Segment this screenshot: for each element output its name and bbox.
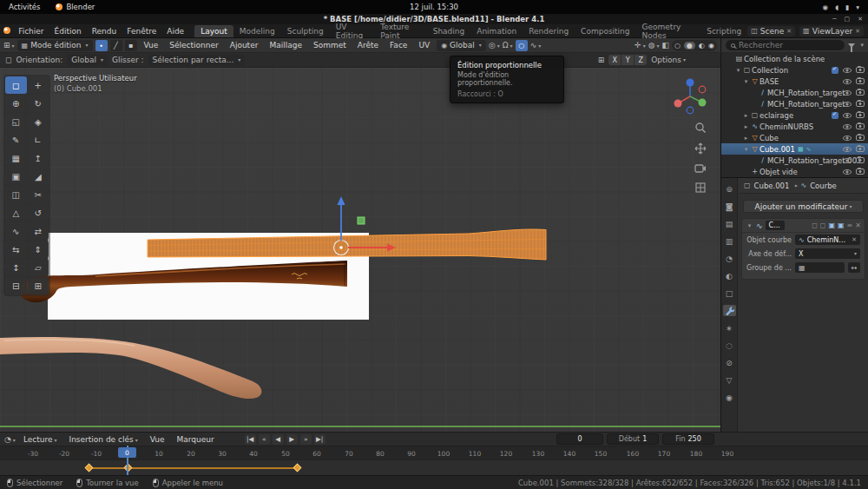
tool-shrink-flatten[interactable]: ⇕: [28, 241, 49, 258]
maximize-button[interactable]: ▢: [845, 16, 851, 23]
close-button[interactable]: ✕: [858, 16, 863, 23]
axis-z-neg-ball[interactable]: [687, 107, 694, 114]
eye-icon[interactable]: [843, 113, 852, 118]
editor-type-icon[interactable]: ⊞▾: [3, 41, 15, 50]
workspace-tab-compositing[interactable]: Compositing: [575, 25, 635, 37]
tool-measure[interactable]: ∟: [28, 131, 49, 149]
clear-field-icon[interactable]: ✕: [852, 236, 857, 243]
shading-solid-icon[interactable]: ●: [684, 42, 695, 50]
frame-start-field[interactable]: Début1: [607, 433, 659, 445]
shading-rendered-icon[interactable]: ◉: [708, 42, 714, 50]
curve-object-field[interactable]: ∿ CheminN... ✕: [795, 235, 860, 245]
tool-transform[interactable]: ◈: [28, 113, 49, 130]
keyframe-diamond[interactable]: [293, 464, 302, 472]
eye-icon[interactable]: [843, 135, 852, 141]
breadcrumb-object[interactable]: Cube.001: [754, 182, 790, 190]
keyframe-diamond[interactable]: [85, 464, 94, 472]
3d-viewport[interactable]: ◻ + ⊕ ↻ ◱ ◈ ✎ ∟ ▦ ↥ ▣ ◢ ◫ ✂ △ ↺ ∿ ⇄ ⇆ ⇕ …: [0, 68, 720, 432]
tool-rip-edge[interactable]: ⊞: [28, 277, 49, 294]
camera-view-icon[interactable]: [694, 163, 707, 173]
eye-icon[interactable]: [843, 90, 852, 96]
outliner-row-eclairage[interactable]: ▸ ▢ eclairage: [721, 109, 868, 121]
system-menu-caret-icon[interactable]: ▾: [856, 3, 859, 11]
axis-x-ball[interactable]: [674, 100, 682, 108]
keying-dropdown[interactable]: Insertion de clés▾: [65, 435, 142, 444]
tool-knife[interactable]: ✂: [28, 186, 49, 203]
vertex-select-mode-button[interactable]: ∙: [95, 40, 108, 51]
tab-physics[interactable]: ◌: [723, 340, 736, 351]
edge-select-mode-button[interactable]: ╱: [110, 40, 122, 51]
filter-icon[interactable]: [848, 43, 855, 48]
outliner-row-cheminnurbs[interactable]: ▸ ∿ CheminNURBS: [721, 121, 868, 132]
navigation-gizmo[interactable]: [670, 75, 710, 118]
outliner-row-base[interactable]: ▾ ▽ BASE: [721, 76, 868, 87]
camera-icon[interactable]: [856, 146, 865, 152]
vertex-group-field[interactable]: ▦: [795, 262, 845, 273]
workspace-tab-modeling[interactable]: Modeling: [233, 25, 281, 37]
tab-output[interactable]: ▤: [723, 218, 736, 229]
camera-icon[interactable]: [856, 78, 865, 84]
outliner-options-caret-icon[interactable]: ▾: [860, 43, 864, 49]
camera-icon[interactable]: [856, 169, 865, 175]
prev-keyframe-button[interactable]: «: [259, 434, 270, 445]
outliner-row-mch-rotation-target-2[interactable]: ∕ MCH_Rotation_target: [721, 98, 868, 109]
tab-constraints[interactable]: ⊘: [723, 357, 736, 368]
menu-ajouter[interactable]: Ajouter: [226, 41, 263, 50]
options-dropdown[interactable]: Options▾: [651, 56, 686, 64]
indicator-icon[interactable]: ◉: [823, 3, 829, 11]
orientation-dropdown[interactable]: Global▾: [67, 55, 108, 66]
camera-icon[interactable]: [856, 135, 865, 141]
pivot-point-dropdown[interactable]: ◎▾: [489, 41, 500, 50]
eye-icon[interactable]: [843, 158, 852, 163]
drag-mode-dropdown[interactable]: Sélection par recta...▾: [148, 55, 246, 66]
workspace-tab-animation[interactable]: Animation: [470, 25, 523, 37]
tool-move[interactable]: ⊕: [5, 95, 27, 112]
tab-material[interactable]: ◉: [723, 392, 736, 403]
temple-arm-flesh[interactable]: [0, 337, 261, 399]
tool-cursor[interactable]: +: [28, 76, 49, 94]
tool-edge-slide[interactable]: ⇄: [28, 222, 49, 240]
modifier-header[interactable]: ▾ ∿ C... ◻ ◻ ▣ ▣ ≡ ✕: [742, 219, 865, 233]
current-frame-field[interactable]: 0: [556, 433, 603, 445]
workspace-tab-rendering[interactable]: Rendering: [523, 25, 575, 37]
snap-magnet-icon[interactable]: Ω▾: [503, 41, 513, 50]
outliner-row-cube[interactable]: ▸ ▽ Cube: [721, 132, 868, 143]
tool-select-box[interactable]: ◻: [5, 76, 27, 94]
menu-uv[interactable]: UV: [414, 41, 434, 50]
proportional-editing-toggle[interactable]: ○: [516, 40, 528, 51]
menu-face[interactable]: Face: [385, 41, 411, 50]
outliner-row-cube001-selected[interactable]: ▾ ▽ Cube.001 ▦ ∿: [721, 143, 868, 155]
window-title-bar[interactable]: * BASE [/home/didier/3D/BASE.blend11] - …: [0, 14, 868, 24]
menu-maillage[interactable]: Maillage: [265, 41, 306, 50]
xray-toggle[interactable]: ◧: [662, 41, 670, 50]
transform-orientation-dropdown[interactable]: ◉ Global ▾: [437, 40, 486, 51]
frame-end-field[interactable]: Fin250: [662, 433, 714, 445]
jump-to-start-button[interactable]: |◀: [245, 434, 256, 445]
workspace-tab-layout[interactable]: Layout: [194, 25, 233, 37]
workspace-tab-shading[interactable]: Shading: [427, 25, 471, 37]
camera-icon[interactable]: [856, 112, 865, 118]
tool-extrude-region[interactable]: ↥: [28, 149, 49, 167]
camera-icon[interactable]: [856, 123, 865, 129]
edit-mode-toggle[interactable]: ◻: [820, 221, 826, 229]
zoom-icon[interactable]: [694, 122, 707, 134]
breadcrumb-data[interactable]: Courbe: [810, 182, 837, 190]
minimize-button[interactable]: ─: [832, 16, 836, 23]
unlink-scene-icon[interactable]: ✕: [786, 28, 792, 35]
eye-icon[interactable]: [843, 147, 852, 152]
axis-z-ball[interactable]: [687, 79, 694, 87]
tool-push-pull[interactable]: ↕: [5, 259, 27, 276]
tool-spin[interactable]: ↺: [28, 204, 49, 221]
render-toggle[interactable]: ▣: [838, 221, 845, 229]
outliner-row-mch-rotation-target-1[interactable]: ∕ MCH_Rotation_target: [721, 87, 868, 98]
workspace-tab-sculpting[interactable]: Sculpting: [281, 25, 330, 37]
eye-icon[interactable]: [843, 79, 852, 84]
panel-expander-icon[interactable]: ▾: [746, 222, 753, 229]
menu-edition[interactable]: Édition: [49, 27, 87, 36]
axis-x-toggle[interactable]: X: [608, 55, 621, 65]
shading-material-icon[interactable]: ◐: [699, 42, 705, 50]
keyframe-diamond[interactable]: [124, 464, 133, 472]
camera-icon[interactable]: [856, 157, 865, 163]
tool-poly-build[interactable]: △: [5, 204, 27, 221]
move-view-icon[interactable]: [694, 142, 707, 155]
